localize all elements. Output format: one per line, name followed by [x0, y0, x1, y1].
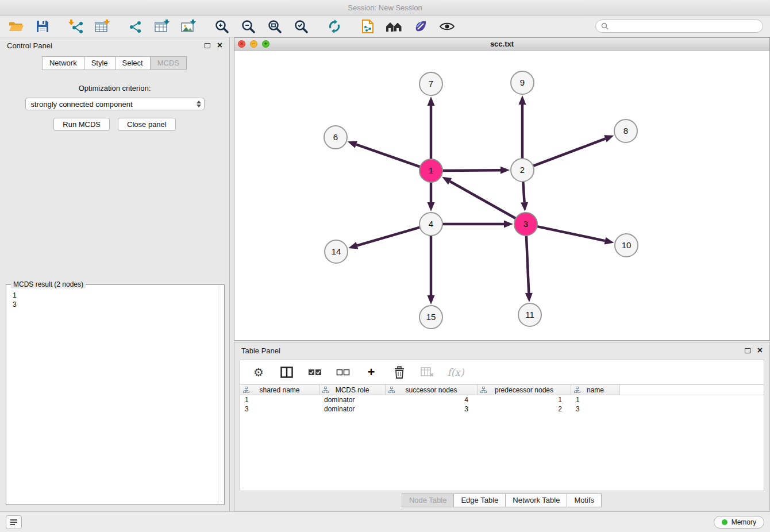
- zoom-selected-button[interactable]: [292, 18, 310, 35]
- cell-shared-name[interactable]: 1: [240, 396, 319, 404]
- graph-edge-4-14[interactable]: [348, 228, 420, 249]
- apply-layout-button[interactable]: [325, 18, 344, 35]
- column-header-shared-name[interactable]: shared name: [240, 385, 319, 395]
- graph-node-14[interactable]: 14: [325, 240, 348, 263]
- close-panel-icon[interactable]: ×: [217, 41, 222, 50]
- delete-table-icon: [421, 367, 434, 378]
- cell-MCDS-role[interactable]: dominator: [319, 396, 386, 404]
- document-network-icon: [361, 20, 374, 33]
- tab-network[interactable]: Network: [42, 56, 84, 70]
- graph-node-3[interactable]: 3: [514, 213, 537, 236]
- show-columns-button[interactable]: [278, 364, 296, 381]
- export-table-button[interactable]: [153, 18, 171, 35]
- graph-edge-4-15[interactable]: [428, 236, 435, 304]
- graph-node-15[interactable]: 15: [419, 306, 442, 329]
- search-input[interactable]: [612, 22, 757, 30]
- graph-edge-4-3[interactable]: [442, 221, 513, 228]
- result-scrollbar[interactable]: [218, 286, 224, 504]
- apply-style-button[interactable]: [411, 18, 430, 35]
- graph-node-11[interactable]: 11: [518, 303, 541, 326]
- graph-edge-1-6[interactable]: [348, 141, 420, 167]
- cell-name[interactable]: 1: [571, 396, 620, 404]
- task-history-button[interactable]: [6, 515, 22, 529]
- table-row[interactable]: 1dominator411: [240, 395, 764, 404]
- select-all-button[interactable]: [306, 364, 324, 381]
- svg-text:4: 4: [429, 219, 433, 229]
- view-group: [359, 18, 456, 35]
- save-session-button[interactable]: [33, 18, 52, 35]
- cell-shared-name[interactable]: 3: [240, 405, 319, 413]
- graph-edge-2-9[interactable]: [519, 95, 526, 159]
- cell-MCDS-role[interactable]: dominator: [319, 405, 386, 413]
- float-panel-icon[interactable]: [205, 43, 210, 48]
- mcds-result-line: 1: [13, 291, 224, 300]
- show-hide-button[interactable]: [438, 18, 456, 35]
- graph-edge-3-11[interactable]: [525, 236, 533, 302]
- column-header-name[interactable]: name: [571, 385, 620, 395]
- import-table-icon: [95, 20, 110, 33]
- graph-edge-3-1[interactable]: [442, 177, 515, 218]
- close-panel-button[interactable]: Close panel: [118, 118, 176, 131]
- table-row[interactable]: 3dominator323: [240, 404, 764, 414]
- column-header-successor-nodes[interactable]: successor nodes: [386, 385, 478, 395]
- graph-node-2[interactable]: 2: [511, 159, 534, 182]
- delete-column-button[interactable]: [390, 364, 409, 381]
- minimize-window-button[interactable]: −: [250, 40, 257, 48]
- tab-motifs[interactable]: Motifs: [567, 494, 602, 507]
- export-image-icon: [181, 20, 196, 33]
- graph-edge-3-10[interactable]: [537, 226, 614, 244]
- graph-node-7[interactable]: 7: [419, 72, 442, 95]
- cell-predecessor-nodes[interactable]: 2: [478, 405, 571, 413]
- column-header-MCDS-role[interactable]: MCDS role: [319, 385, 386, 395]
- mcds-result-line: 3: [13, 300, 224, 309]
- export-image-button[interactable]: [179, 18, 198, 35]
- zoom-in-button[interactable]: [213, 18, 231, 35]
- tab-select[interactable]: Select: [115, 56, 151, 70]
- tab-node-table[interactable]: Node Table: [402, 494, 455, 507]
- new-network-from-selection-button[interactable]: [359, 18, 377, 35]
- cell-predecessor-nodes[interactable]: 1: [478, 396, 571, 404]
- memory-button[interactable]: Memory: [714, 516, 764, 529]
- graph-edge-1-2[interactable]: [442, 167, 510, 174]
- svg-text:6: 6: [333, 132, 338, 142]
- add-column-button[interactable]: +: [362, 364, 380, 381]
- export-network-button[interactable]: [126, 18, 145, 35]
- close-table-panel-icon[interactable]: ×: [757, 346, 763, 355]
- deselect-all-button[interactable]: [334, 364, 352, 381]
- tab-network-table[interactable]: Network Table: [505, 494, 567, 507]
- open-session-button[interactable]: [7, 18, 25, 35]
- close-window-button[interactable]: ×: [238, 40, 245, 48]
- open-folder-icon: [8, 20, 24, 33]
- cell-successor-nodes[interactable]: 4: [386, 396, 478, 404]
- zoom-fit-button[interactable]: [265, 18, 284, 35]
- graph-node-1[interactable]: 1: [419, 159, 442, 182]
- column-header-predecessor-nodes[interactable]: predecessor nodes: [478, 385, 571, 395]
- tab-edge-table[interactable]: Edge Table: [453, 494, 506, 507]
- graph-node-10[interactable]: 10: [615, 234, 638, 257]
- tab-style[interactable]: Style: [84, 56, 116, 70]
- table-settings-button[interactable]: ⚙: [249, 364, 268, 381]
- criterion-dropdown[interactable]: strongly connected component: [25, 98, 205, 110]
- import-network-button[interactable]: [67, 18, 85, 35]
- graph-edge-2-3[interactable]: [521, 182, 528, 211]
- graph-edge-1-4[interactable]: [428, 182, 435, 211]
- graph-node-9[interactable]: 9: [511, 71, 534, 94]
- graph-node-8[interactable]: 8: [614, 119, 637, 142]
- eye-icon: [439, 21, 455, 32]
- memory-label: Memory: [732, 518, 756, 526]
- graph-edge-1-7[interactable]: [428, 97, 435, 159]
- graph-edge-2-8[interactable]: [533, 135, 614, 166]
- graph-node-4[interactable]: 4: [419, 213, 442, 236]
- graph-node-6[interactable]: 6: [324, 126, 347, 149]
- import-table-button[interactable]: [93, 18, 111, 35]
- network-graph-canvas[interactable]: 7968124314101511: [234, 51, 769, 340]
- cell-name[interactable]: 3: [571, 405, 620, 413]
- tab-mcds[interactable]: MCDS: [150, 56, 187, 70]
- zoom-out-button[interactable]: [239, 18, 257, 35]
- float-table-panel-icon[interactable]: [745, 348, 750, 353]
- zoom-window-button[interactable]: +: [262, 40, 270, 48]
- search-box[interactable]: [595, 20, 763, 33]
- cell-successor-nodes[interactable]: 3: [386, 405, 478, 413]
- run-mcds-button[interactable]: Run MCDS: [53, 118, 110, 131]
- home-button[interactable]: [385, 18, 403, 35]
